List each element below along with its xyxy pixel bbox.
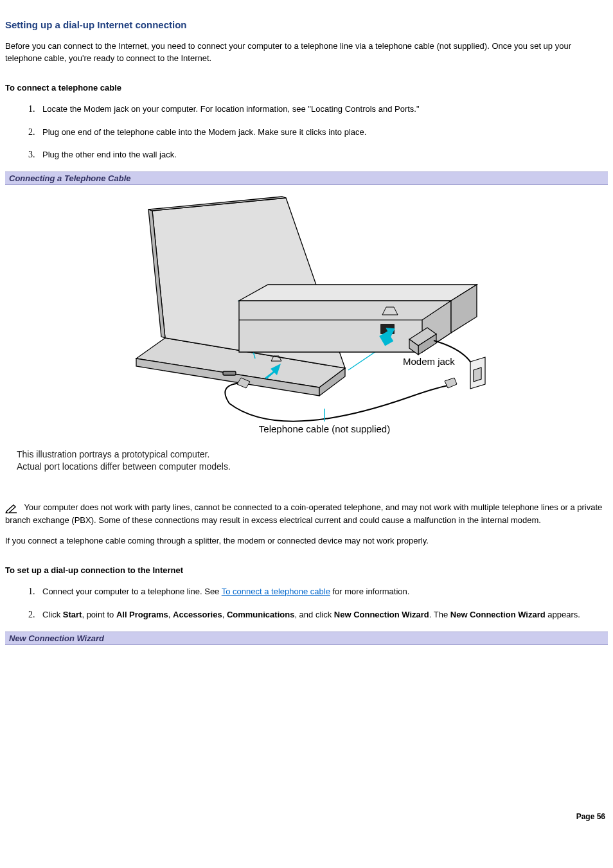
ui-ref-start: Start — [63, 610, 82, 619]
cable-label: Telephone cable (not supplied) — [259, 423, 390, 434]
step-item: Connect your computer to a telephone lin… — [37, 585, 608, 598]
step-item: Click Start, point to All Programs, Acce… — [37, 608, 608, 621]
intro-paragraph: Before you can connect to the Internet, … — [5, 40, 608, 65]
ui-ref-communications: Communications — [227, 610, 294, 619]
section-b-steps: Connect your computer to a telephone lin… — [5, 585, 608, 621]
section-a-title: To connect a telephone cable — [5, 83, 608, 93]
step-text: for more information. — [330, 587, 410, 596]
figure-note-line: This illustration portrays a prototypica… — [17, 448, 596, 461]
section-b-title: To set up a dial-up connection to the In… — [5, 565, 608, 575]
note-text: Your computer does not work with party l… — [5, 502, 602, 525]
svg-rect-0 — [223, 371, 236, 375]
telephone-cable-illustration: Modem jack Telephone cable (not supplied… — [127, 191, 486, 448]
section-a-steps: Locate the Modem jack on your computer. … — [5, 103, 608, 162]
figure1: Modem jack Telephone cable (not supplied… — [5, 185, 608, 488]
ui-ref-accessories: Accessories — [173, 610, 222, 619]
note-paragraph-2: If you connect a telephone cable coming … — [5, 535, 608, 547]
modem-jack-label: Modem jack — [403, 356, 455, 367]
note-paragraph: Your computer does not work with party l… — [5, 501, 608, 526]
link-connect-telephone-cable[interactable]: To connect a telephone cable — [222, 587, 330, 596]
ui-ref-all-programs: All Programs — [116, 610, 168, 619]
step-item: Plug the other end into the wall jack. — [37, 148, 608, 161]
page-title: Setting up a dial-up Internet connection — [5, 19, 608, 30]
step-item: Locate the Modem jack on your computer. … — [37, 103, 608, 116]
page-number: Page 56 — [5, 812, 608, 821]
ui-ref-new-connection-wizard: New Connection Wizard — [334, 610, 429, 619]
figure-note-line: Actual port locations differ between com… — [17, 461, 596, 473]
step-text: Connect your computer to a telephone lin… — [42, 587, 222, 596]
figure1-caption: Connecting a Telephone Cable — [5, 172, 608, 185]
step-item: Plug one end of the telephone cable into… — [37, 126, 608, 139]
note-icon — [5, 503, 18, 513]
figure2-caption: New Connection Wizard — [5, 632, 608, 645]
figure1-notes: This illustration portrays a prototypica… — [5, 448, 608, 473]
ui-ref-new-connection-wizard-2: New Connection Wizard — [450, 610, 546, 619]
